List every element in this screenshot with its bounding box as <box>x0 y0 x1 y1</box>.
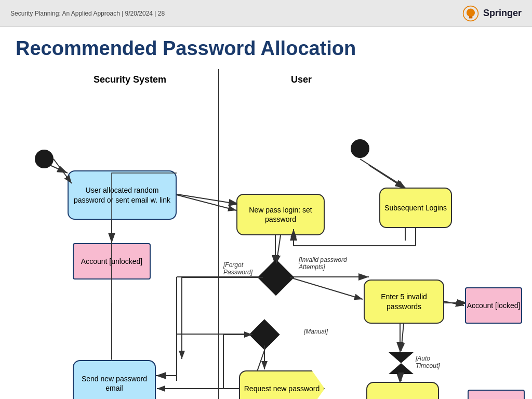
account-locked-node: Account [locked] <box>465 287 522 324</box>
svg-line-32 <box>401 324 404 351</box>
account-unlocked-left-node: Account [unlocked] <box>73 243 151 280</box>
svg-line-27 <box>177 195 236 210</box>
start-circle-system <box>35 150 54 168</box>
lane-label-user: User <box>291 74 312 85</box>
svg-line-29 <box>276 235 281 263</box>
label-manual: [Manual] <box>304 328 328 335</box>
label-invalid-attempts: [Invalid passwordAttempts] <box>299 256 347 271</box>
svg-line-6 <box>369 165 405 189</box>
subsequent-logins-node: Subsequent Logins <box>379 188 452 228</box>
lane-label-security: Security System <box>94 74 166 85</box>
hourglass-shape <box>389 352 414 374</box>
request-new-password-node: Request new password <box>239 370 325 399</box>
user-allocated-node: User allocated random password or sent e… <box>68 170 177 220</box>
svg-line-31 <box>444 301 464 305</box>
label-forgot-password: [ForgotPassword] <box>223 261 252 276</box>
label-auto-timeout: [AutoTimeout] <box>416 355 440 369</box>
svg-line-28 <box>360 159 405 188</box>
decision-diamond-main <box>258 259 295 296</box>
system-auto-unlocks-node: System automatically unlocks <box>366 382 439 399</box>
send-new-password-email-node: Send new password email <box>73 360 156 399</box>
decision-diamond-manual <box>249 319 280 350</box>
springer-logo: Springer <box>462 5 522 22</box>
svg-line-30 <box>290 277 363 299</box>
start-circle-user <box>351 139 369 158</box>
publisher-name: Springer <box>483 8 522 19</box>
svg-marker-23 <box>389 352 414 374</box>
swim-lane-divider <box>218 69 219 399</box>
header: Security Planning: An Applied Approach |… <box>0 0 532 27</box>
svg-line-5 <box>174 194 239 204</box>
page-title: Recommended Password Allocation <box>16 37 516 60</box>
diagram: Security System User User allocated rand… <box>16 69 514 399</box>
header-title: Security Planning: An Applied Approach |… <box>10 10 165 17</box>
account-unlocked-right-node: Account [unlocked] <box>468 390 525 399</box>
main-content: Recommended Password Allocation <box>0 27 532 399</box>
new-pass-login-node: New pass login: set password <box>236 194 325 235</box>
invalid-passwords-node: Enter 5 invalid passwords <box>364 280 444 324</box>
springer-icon <box>462 5 479 22</box>
